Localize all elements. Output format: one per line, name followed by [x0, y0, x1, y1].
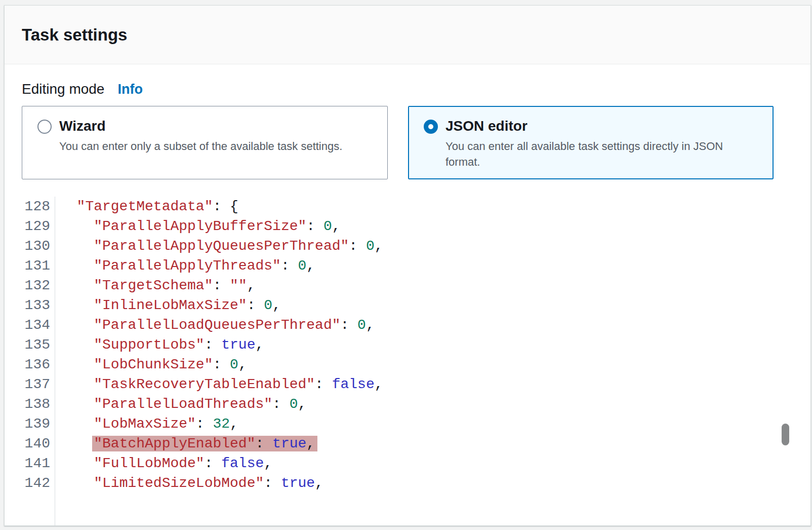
line-number: 132	[5, 276, 50, 295]
editor-scrollbar-thumb[interactable]	[782, 424, 789, 445]
json-editor-option-label: JSON editor	[445, 118, 761, 135]
json-editor-option-tile[interactable]: JSON editor You can enter all available …	[408, 106, 774, 179]
line-number: 138	[5, 394, 50, 414]
code-line: 130 "ParallelApplyQueuesPerThread": 0,	[5, 236, 810, 256]
code-line: 135 "SupportLobs": true,	[5, 335, 810, 355]
code-line: 137 "TaskRecoveryTableEnabled": false,	[5, 374, 810, 394]
radio-selected-icon[interactable]	[424, 120, 438, 134]
gutter-separator	[55, 197, 55, 526]
task-settings-card: Task settings Editing mode Info Wizard Y…	[4, 5, 811, 526]
line-number: 142	[5, 473, 50, 493]
code-line: 129 "ParallelApplyBufferSize": 0,	[5, 216, 810, 236]
line-number: 129	[5, 216, 50, 236]
radio-unselected-icon[interactable]	[37, 120, 52, 134]
editing-mode-label: Editing mode	[22, 81, 104, 98]
code-line: 142 "LimitedSizeLobMode": true,	[5, 473, 810, 493]
json-editor-option-text: JSON editor You can enter all available …	[445, 118, 761, 170]
line-number: 135	[5, 335, 50, 355]
line-number: 128	[5, 197, 50, 216]
card-header: Task settings	[5, 6, 810, 64]
line-number: 131	[5, 256, 50, 276]
highlighted-code: "BatchApplyEnabled": true,	[92, 436, 317, 451]
wizard-option-text: Wizard You can enter only a subset of th…	[59, 118, 375, 154]
line-number: 139	[5, 414, 50, 434]
json-code-editor[interactable]: 128 "TargetMetadata": {129 "ParallelAppl…	[5, 197, 810, 526]
code-lines: 128 "TargetMetadata": {129 "ParallelAppl…	[5, 197, 810, 493]
code-line: 141 "FullLobMode": false,	[5, 453, 810, 473]
info-link[interactable]: Info	[117, 81, 142, 98]
wizard-option-label: Wizard	[59, 118, 375, 135]
code-line: 140 "BatchApplyEnabled": true,	[5, 434, 810, 453]
page-title: Task settings	[22, 25, 127, 45]
line-number: 137	[5, 374, 50, 394]
code-line: 134 "ParallelLoadQueuesPerThread": 0,	[5, 315, 810, 335]
editing-mode-section: Editing mode Info Wizard You can enter o…	[5, 64, 810, 179]
editing-mode-radio-group: Wizard You can enter only a subset of th…	[22, 106, 793, 179]
line-number: 134	[5, 315, 50, 335]
code-line: 132 "TargetSchema": "",	[5, 276, 810, 295]
line-number: 130	[5, 236, 50, 256]
line-number: 140	[5, 434, 50, 453]
wizard-option-tile[interactable]: Wizard You can enter only a subset of th…	[22, 106, 388, 179]
line-number: 141	[5, 453, 50, 473]
code-line: 131 "ParallelApplyThreads": 0,	[5, 256, 810, 276]
line-number: 136	[5, 355, 50, 374]
code-line: 138 "ParallelLoadThreads": 0,	[5, 394, 810, 414]
task-settings-page: Task settings Editing mode Info Wizard Y…	[0, 0, 812, 530]
code-line: 139 "LobMaxSize": 32,	[5, 414, 810, 434]
code-line: 136 "LobChunkSize": 0,	[5, 355, 810, 374]
code-line: 128 "TargetMetadata": {	[5, 197, 810, 216]
code-line: 133 "InlineLobMaxSize": 0,	[5, 295, 810, 315]
editing-mode-label-row: Editing mode Info	[22, 81, 793, 98]
line-number: 133	[5, 295, 50, 315]
json-editor-option-description: You can enter all available task setting…	[445, 138, 759, 170]
wizard-option-description: You can enter only a subset of the avail…	[59, 138, 373, 154]
